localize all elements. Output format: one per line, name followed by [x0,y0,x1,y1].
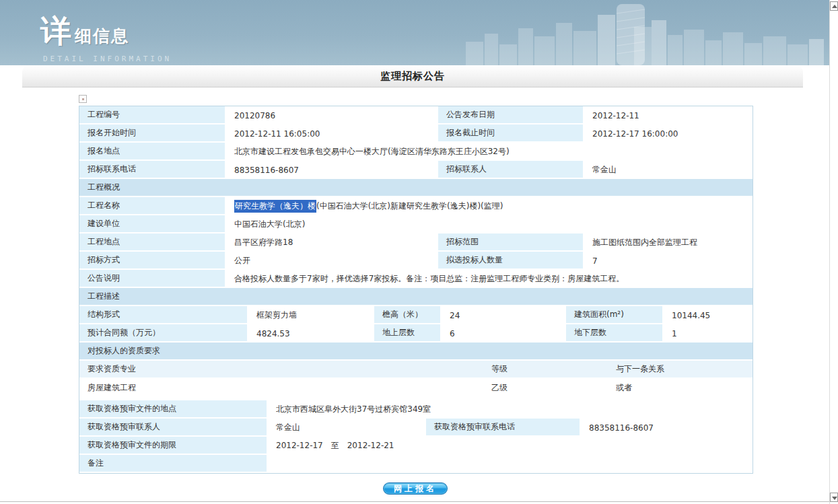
label-cell: 工程地点 [79,233,226,252]
city-skyline-graphic [466,0,829,65]
image-placeholder-icon [79,95,87,103]
table-row: 获取资格预审文件的地点 北京市西城区阜外大街37号过桥宾馆349室 [79,400,753,419]
label-cell: 获取资格预审联系电话 [426,419,581,437]
title-band: 监理招标公告 [22,65,803,87]
label-cell: 报名开始时间 [79,124,226,143]
content-card: 监理招标公告 工程编号 20120786 公告发布日期 2012-12-11 报… [22,65,803,504]
logo-rest-characters: 细信息 [75,25,129,47]
arrow-down-icon [832,497,837,500]
value-cell: 2012-12-11 16:05:00 [226,124,438,143]
value-cell: 研究生教学（逸夫）楼(中国石油大学(北京)新建研究生教学(逸夫)楼)(监理) [226,197,753,215]
label-cell: 招标联系人 [438,161,584,179]
value-cell: 或者 [608,379,753,397]
value-cell: 北京市西城区阜外大街37号过桥宾馆349室 [268,400,753,419]
label-cell: 拟选投标人数量 [438,252,584,270]
value-cell: 公开 [226,252,438,270]
label-cell: 报名地点 [79,143,226,161]
online-register-button[interactable]: 网上报名 [383,482,448,495]
label-cell: 公告发布日期 [438,106,584,124]
label-cell: 檐高（米） [374,306,442,324]
table-row: 招标联系电话 88358116-8607 招标联系人 常金山 [79,161,753,179]
label-cell: 预计合同额（万元） [79,324,248,343]
value-cell: 20120786 [226,106,438,124]
scroll-down-button[interactable] [830,493,838,502]
value-cell: 昌平区府学路18 [226,233,438,252]
value-cell: 北京市建设工程发包承包交易中心一楼大厅(海淀区清华东路东王庄小区32号) [226,143,753,161]
label-cell: 招标联系电话 [79,161,226,179]
value-cell: 框架剪力墙 [248,306,374,324]
label-cell: 报名截止时间 [438,124,584,143]
label-cell: 建设单位 [79,215,226,233]
label-cell: 备注 [79,455,268,473]
label-cell: 获取资格预审文件的地点 [79,400,268,419]
value-cell: 10144.45 [664,306,753,324]
label-cell: 获取资格预审文件的期限 [79,437,268,455]
arrow-up-icon [832,5,837,8]
qualification-header-row: 要求资质专业 等级 与下一条关系 [79,361,753,379]
value-cell: 7 [584,252,753,270]
value-cell: 中国石油大学(北京) [226,215,753,233]
label-cell: 招标范围 [438,233,584,252]
table-row: 工程地点 昌平区府学路18 招标范围 施工图纸范围内全部监理工程 [79,233,753,252]
value-cell: 常金山 [268,419,426,437]
label-cell: 结构形式 [79,306,248,324]
logo-subtitle: DETAIL INFORMATION [43,55,172,63]
table-row: 招标方式 公开 拟选投标人数量 7 [79,252,753,270]
bottom-divider [0,501,829,502]
table-row: 报名开始时间 2012-12-11 16:05:00 报名截止时间 2012-1… [79,124,753,143]
section-header-qualification: 对投标人的资质要求 [79,343,753,361]
label-cell: 工程名称 [79,197,226,215]
label-cell: 地上层数 [374,324,442,343]
value-cell: 88358116-8607 [226,161,438,179]
value-cell: 88358116-8607 [581,419,753,437]
project-name-rest: (中国石油大学(北京)新建研究生教学(逸夫)楼)(监理) [316,201,503,212]
tender-detail-table: 工程编号 20120786 公告发布日期 2012-12-11 报名开始时间 2… [79,106,753,474]
section-header-project-overview: 工程概况 [79,179,753,197]
column-header: 等级 [483,361,608,379]
column-header: 要求资质专业 [79,361,483,379]
scroll-up-button[interactable] [830,1,838,11]
page-header-banner: 详 细信息 DETAIL INFORMATION [0,0,829,65]
value-cell: 24 [442,306,566,324]
value-cell: 4824.53 [248,324,374,343]
value-cell: 2012-12-17 16:00:00 [584,124,753,143]
label-cell: 工程编号 [79,106,226,124]
vertical-scrollbar[interactable] [829,0,838,504]
value-cell: 1 [664,324,753,343]
label-cell: 地下层数 [566,324,664,343]
table-row: 结构形式 框架剪力墙 檐高（米） 24 建筑面积(m²) 10144.45 [79,306,753,324]
value-cell: 6 [442,324,566,343]
value-cell: 乙级 [483,379,608,397]
table-row: 工程编号 20120786 公告发布日期 2012-12-11 [79,106,753,124]
value-cell: 房屋建筑工程 [79,379,483,397]
table-row: 获取资格预审文件的期限 2012-12-17 至 2012-12-21 [79,437,753,455]
table-row: 报名地点 北京市建设工程发包承包交易中心一楼大厅(海淀区清华东路东王庄小区32号… [79,143,753,161]
value-cell [268,455,753,473]
selected-text: 研究生教学（逸夫）楼 [234,200,316,213]
table-row: 公告说明 合格投标人数量多于7家时，择优选择7家投标。备注：项目总监：注册监理工… [79,270,753,288]
table-row: 建设单位 中国石油大学(北京) [79,215,753,233]
value-cell: 2012-12-17 至 2012-12-21 [268,437,753,455]
qualification-data-row: 房屋建筑工程 乙级 或者 [79,379,753,397]
label-cell: 招标方式 [79,252,226,270]
section-header-project-description: 工程描述 [79,288,753,306]
site-logo: 详 细信息 DETAIL INFORMATION [40,11,172,63]
value-cell: 常金山 [584,161,753,179]
value-cell: 合格投标人数量多于7家时，择优选择7家投标。备注：项目总监：注册监理工程师专业类… [226,270,753,288]
page-title: 监理招标公告 [380,70,445,83]
column-header: 与下一条关系 [608,361,753,379]
label-cell: 获取资格预审联系人 [79,419,268,437]
value-cell: 施工图纸范围内全部监理工程 [584,233,753,252]
table-row: 工程名称 研究生教学（逸夫）楼(中国石油大学(北京)新建研究生教学(逸夫)楼)(… [79,197,753,215]
value-cell: 2012-12-11 [584,106,753,124]
table-row: 获取资格预审联系人 常金山 获取资格预审联系电话 88358116-8607 [79,419,753,437]
table-row: 备注 [79,455,753,473]
label-cell: 建筑面积(m²) [566,306,664,324]
logo-main-character: 详 [40,11,72,52]
table-row: 预计合同额（万元） 4824.53 地上层数 6 地下层数 1 [79,324,753,343]
label-cell: 公告说明 [79,270,226,288]
